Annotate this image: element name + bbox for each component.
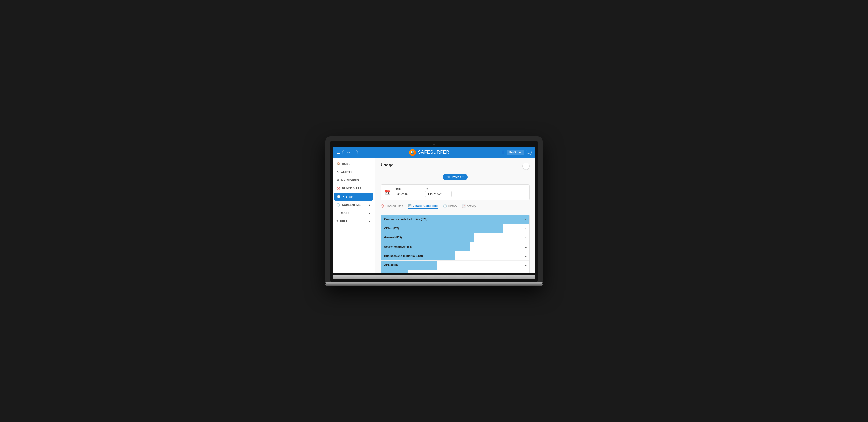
sidebar-item-my-devices[interactable]: 🖥 MY DEVICES <box>333 176 375 184</box>
calendar-icon: 📅 <box>385 189 391 195</box>
logo-avatar: 🌊 <box>409 149 416 156</box>
tab-blocked-sites[interactable]: 🚫 Blocked Sites <box>381 204 403 209</box>
all-devices-button[interactable]: All Devices ▾ <box>443 174 468 181</box>
laptop-screen: ☰ Protected 🌊 SAFESURFER 👤 Pro Surfer … <box>333 147 535 273</box>
laptop-frame: ☰ Protected 🌊 SAFESURFER 👤 Pro Surfer … <box>325 136 543 286</box>
sidebar-label-more: MORE <box>341 212 350 215</box>
main-content: Usage ⋮ All Devices ▾ 📅 Fr <box>375 158 535 273</box>
block-icon: 🚫 <box>336 187 340 190</box>
sidebar-item-screentime[interactable]: 🕓 SCREENTIME ▲ <box>333 201 375 209</box>
chart-row[interactable]: Search engines (483)▲ <box>381 242 529 252</box>
more-arrow: ▲ <box>368 212 371 214</box>
sidebar-label-history: HISTORY <box>343 195 355 198</box>
chart-table: Computers and electronics (879)▲CDNs (67… <box>381 215 530 273</box>
history-tab-label: History <box>448 204 457 208</box>
logo-text: SAFESURFER <box>418 150 450 155</box>
more-icon: ··· <box>336 212 339 215</box>
chart-row-label: General (503) <box>381 236 405 239</box>
chart-bar <box>381 270 408 273</box>
date-to-input[interactable] <box>425 191 452 197</box>
date-from-field: From <box>395 188 421 197</box>
page-title: Usage <box>381 163 394 168</box>
home-icon: 🏠 <box>336 162 340 165</box>
device-filter: All Devices ▾ <box>381 174 530 181</box>
sidebar-item-help[interactable]: ? HELP ▲ <box>333 217 375 225</box>
top-nav: ☰ Protected 🌊 SAFESURFER 👤 Pro Surfer … <box>333 147 535 158</box>
date-to-label: To <box>425 188 452 190</box>
chart-row-collapse-button[interactable]: ▲ <box>525 255 527 257</box>
date-to-field: To <box>425 188 452 197</box>
activity-tab-label: Activity <box>467 204 476 208</box>
user-label: Pro Surfer <box>507 150 524 155</box>
chart-row-label: Business and industrial (400) <box>381 254 426 257</box>
chart-row-collapse-button[interactable]: ▲ <box>525 236 527 239</box>
more-options-button[interactable]: ⋮ <box>522 163 530 170</box>
screentime-arrow: ▲ <box>368 203 371 206</box>
nav-right: 👤 Pro Surfer … <box>501 150 532 155</box>
history-tab-icon: 🕐 <box>443 204 447 208</box>
help-arrow: ▲ <box>368 220 371 223</box>
laptop-bottom-bezel <box>333 274 535 279</box>
sidebar-item-history[interactable]: 🕐 HISTORY <box>335 193 373 201</box>
chart-row[interactable]: CDNs (673)▲ <box>381 224 529 233</box>
chart-row[interactable]: General (503)▲ <box>381 233 529 242</box>
protected-badge: Protected <box>342 150 358 154</box>
tab-viewed-categories[interactable]: 🔄 Viewed Categories <box>408 204 439 209</box>
screen-bezel: ☰ Protected 🌊 SAFESURFER 👤 Pro Surfer … <box>330 141 538 282</box>
screentime-icon: 🕓 <box>336 203 340 206</box>
sidebar: 🏠 HOME ⚠ ALERTS 🖥 MY DEVICES 🚫 BLOCK SIT… <box>333 158 375 273</box>
activity-tab-icon: 📈 <box>462 204 466 208</box>
logo-safe: SAFE <box>418 150 430 155</box>
chart-row[interactable]: Computers and electronics (879)▲ <box>381 215 529 224</box>
tabs: 🚫 Blocked Sites 🔄 Viewed Categories 🕐 Hi… <box>381 204 530 211</box>
help-icon: ? <box>336 220 338 223</box>
main-area: 🏠 HOME ⚠ ALERTS 🖥 MY DEVICES 🚫 BLOCK SIT… <box>333 158 535 273</box>
sidebar-label-help: HELP <box>340 220 348 223</box>
history-icon: 🕐 <box>337 195 341 198</box>
date-from-input[interactable] <box>395 191 421 197</box>
chart-row-label: Computers and electronics (879) <box>381 218 431 221</box>
sidebar-label-screentime: SCREENTIME <box>342 203 361 206</box>
date-range: 📅 From To <box>381 184 530 200</box>
alerts-icon: ⚠ <box>336 170 339 174</box>
chart-row-collapse-button[interactable]: ▲ <box>525 246 527 248</box>
tab-activity[interactable]: 📈 Activity <box>462 204 476 209</box>
sidebar-label-my-devices: MY DEVICES <box>341 179 359 182</box>
chart-row[interactable]: Downloads (89)▲ <box>381 270 529 273</box>
devices-icon: 🖥 <box>336 178 340 182</box>
all-devices-arrow: ▾ <box>462 175 464 179</box>
sidebar-item-block-sites[interactable]: 🚫 BLOCK SITES <box>333 184 375 193</box>
logo-surfer: SURFER <box>430 150 450 155</box>
chart-row-label: APIs (296) <box>381 263 401 266</box>
nav-dots-button[interactable]: … <box>526 150 532 155</box>
chart-row-collapse-button[interactable]: ▲ <box>525 227 527 230</box>
viewed-categories-tab-icon: 🔄 <box>408 204 411 207</box>
sidebar-item-home[interactable]: 🏠 HOME <box>333 160 375 168</box>
camera-dot <box>433 144 435 145</box>
blocked-sites-tab-label: Blocked Sites <box>385 204 403 208</box>
tab-history[interactable]: 🕐 History <box>443 204 457 209</box>
user-icon: 👤 <box>501 151 505 154</box>
all-devices-label: All Devices <box>446 175 461 179</box>
laptop-foot <box>325 284 543 286</box>
sidebar-label-home: HOME <box>342 162 351 165</box>
chart-row-label: CDNs (673) <box>381 227 402 230</box>
chart-row-collapse-button[interactable]: ▲ <box>525 264 527 266</box>
hamburger-icon[interactable]: ☰ <box>336 150 340 155</box>
sidebar-item-alerts[interactable]: ⚠ ALERTS <box>333 168 375 176</box>
chart-row[interactable]: Business and industrial (400)▲ <box>381 252 529 261</box>
laptop-base <box>325 282 543 284</box>
chart-row[interactable]: APIs (296)▲ <box>381 261 529 270</box>
date-from-label: From <box>395 188 421 190</box>
chart-row-collapse-button[interactable]: ▲ <box>525 218 527 221</box>
sidebar-label-alerts: ALERTS <box>341 170 352 173</box>
logo-center: 🌊 SAFESURFER <box>358 149 501 156</box>
sidebar-label-block-sites: BLOCK SITES <box>342 187 361 190</box>
blocked-sites-tab-icon: 🚫 <box>381 204 384 208</box>
chart-row-label: Search engines (483) <box>381 245 415 248</box>
sidebar-item-more[interactable]: ··· MORE ▲ <box>333 209 375 217</box>
viewed-categories-tab-label: Viewed Categories <box>413 204 439 207</box>
content-header: Usage ⋮ <box>381 163 530 170</box>
